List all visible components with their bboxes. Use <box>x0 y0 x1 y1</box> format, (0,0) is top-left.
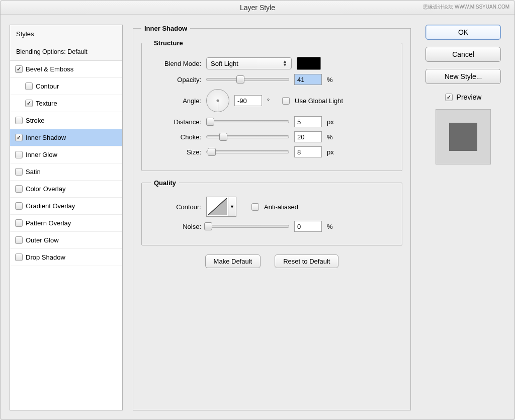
style-item-bevel-emboss[interactable]: Bevel & Emboss <box>10 61 122 78</box>
style-checkbox[interactable] <box>15 219 23 227</box>
style-item-pattern-overlay[interactable]: Pattern Overlay <box>10 215 122 232</box>
style-item-inner-shadow[interactable]: Inner Shadow <box>10 129 122 146</box>
style-checkbox[interactable] <box>25 82 33 90</box>
effect-title: Inner Shadow <box>141 25 190 32</box>
style-item-gradient-overlay[interactable]: Gradient Overlay <box>10 198 122 215</box>
style-item-stroke[interactable]: Stroke <box>10 112 122 129</box>
choke-input[interactable] <box>294 131 322 142</box>
sidebar-header-styles[interactable]: Styles <box>10 25 122 43</box>
style-item-label: Contour <box>36 82 59 90</box>
style-item-label: Stroke <box>26 117 45 124</box>
blend-mode-value: Soft Light <box>211 60 238 67</box>
style-item-label: Gradient Overlay <box>26 202 75 210</box>
style-item-label: Inner Shadow <box>26 134 66 141</box>
style-item-texture[interactable]: Texture <box>10 95 122 112</box>
choke-slider[interactable] <box>206 135 289 138</box>
style-item-satin[interactable]: Satin <box>10 163 122 181</box>
noise-slider[interactable] <box>206 225 289 228</box>
style-checkbox[interactable] <box>15 117 23 124</box>
angle-needle <box>218 101 218 111</box>
opacity-slider-thumb[interactable] <box>236 75 244 83</box>
style-item-inner-glow[interactable]: Inner Glow <box>10 146 122 163</box>
row-noise: Noise: % <box>151 221 393 232</box>
size-input[interactable] <box>294 146 322 157</box>
contour-dropdown-arrow-icon[interactable]: ▼ <box>228 197 236 217</box>
structure-legend: Structure <box>151 39 186 47</box>
reset-default-button[interactable]: Reset to Default <box>275 255 338 268</box>
blend-mode-select[interactable]: Soft Light ▲▼ <box>206 57 292 69</box>
new-style-button[interactable]: New Style... <box>425 69 501 84</box>
label-choke: Choke: <box>151 133 201 141</box>
style-checkbox[interactable] <box>25 100 33 107</box>
style-item-label: Inner Glow <box>26 151 57 158</box>
row-distance: Distance: px <box>151 116 393 127</box>
select-arrows-icon: ▲▼ <box>283 60 287 67</box>
anti-aliased-checkbox[interactable] <box>251 203 259 211</box>
style-checkbox[interactable] <box>15 134 23 141</box>
opacity-input[interactable] <box>294 74 322 85</box>
style-item-outer-glow[interactable]: Outer Glow <box>10 232 122 249</box>
style-checkbox[interactable] <box>15 151 23 158</box>
label-angle: Angle: <box>151 97 201 105</box>
layer-style-window: Layer Style 思缘设计论坛 WWW.MISSYUAN.COM Styl… <box>0 0 515 420</box>
effect-settings-panel: Inner Shadow Structure Blend Mode: Soft … <box>133 25 411 410</box>
label-contour: Contour: <box>151 203 201 211</box>
dialog-content: Styles Blending Options: Default Bevel &… <box>1 15 514 419</box>
preview-swatch <box>449 123 477 151</box>
style-checkbox[interactable] <box>15 168 23 176</box>
global-light-checkbox[interactable] <box>282 97 290 105</box>
choke-unit: % <box>327 133 337 141</box>
noise-slider-thumb[interactable] <box>204 222 212 230</box>
quality-legend: Quality <box>151 179 179 187</box>
style-item-label: Drop Shadow <box>26 254 65 261</box>
distance-input[interactable] <box>294 116 322 127</box>
style-item-color-overlay[interactable]: Color Overlay <box>10 181 122 198</box>
styles-sidebar: Styles Blending Options: Default Bevel &… <box>10 25 123 410</box>
shadow-color-swatch[interactable] <box>297 57 321 70</box>
label-blend-mode: Blend Mode: <box>151 60 201 67</box>
style-checkbox[interactable] <box>15 202 23 210</box>
ok-button[interactable]: OK <box>425 25 501 40</box>
style-checkbox[interactable] <box>15 185 23 193</box>
opacity-slider[interactable] <box>206 78 289 81</box>
make-default-button[interactable]: Make Default <box>205 255 261 268</box>
style-list: Bevel & EmbossContourTextureStrokeInner … <box>10 61 122 266</box>
distance-slider-thumb[interactable] <box>206 118 214 126</box>
row-blend-mode: Blend Mode: Soft Light ▲▼ <box>151 57 393 70</box>
size-slider-thumb[interactable] <box>208 148 216 156</box>
label-noise: Noise: <box>151 223 201 230</box>
angle-input[interactable] <box>234 95 262 106</box>
row-opacity: Opacity: % <box>151 74 393 85</box>
style-item-label: Pattern Overlay <box>26 219 71 227</box>
style-checkbox[interactable] <box>15 254 23 261</box>
distance-unit: px <box>327 118 337 126</box>
preview-checkbox[interactable] <box>445 94 453 101</box>
distance-slider[interactable] <box>206 120 289 123</box>
noise-input[interactable] <box>294 221 322 232</box>
style-item-drop-shadow[interactable]: Drop Shadow <box>10 249 122 266</box>
style-item-contour[interactable]: Contour <box>10 78 122 95</box>
anti-aliased-label: Anti-aliased <box>264 203 298 211</box>
style-item-label: Bevel & Emboss <box>26 65 73 73</box>
global-light-label: Use Global Light <box>295 97 343 105</box>
angle-unit: ° <box>267 97 277 105</box>
choke-slider-thumb[interactable] <box>219 133 227 141</box>
preview-toggle-row: Preview <box>445 93 482 101</box>
watermark-text: 思缘设计论坛 WWW.MISSYUAN.COM <box>423 4 509 11</box>
style-checkbox[interactable] <box>15 236 23 244</box>
style-item-label: Satin <box>26 168 41 176</box>
row-size: Size: px <box>151 146 393 157</box>
size-slider[interactable] <box>206 150 289 153</box>
angle-dial[interactable] <box>206 89 229 112</box>
label-distance: Distance: <box>151 118 201 126</box>
size-unit: px <box>327 148 337 156</box>
row-contour: Contour: ▼ Anti-aliased <box>151 197 393 217</box>
contour-picker[interactable]: ▼ <box>206 197 236 217</box>
row-angle: Angle: ° Use Global Light <box>151 89 393 112</box>
opacity-unit: % <box>327 76 337 83</box>
angle-center-dot <box>217 100 219 102</box>
sidebar-blending-options[interactable]: Blending Options: Default <box>10 43 122 61</box>
style-checkbox[interactable] <box>15 65 23 73</box>
cancel-button[interactable]: Cancel <box>425 47 501 62</box>
label-opacity: Opacity: <box>151 76 201 83</box>
